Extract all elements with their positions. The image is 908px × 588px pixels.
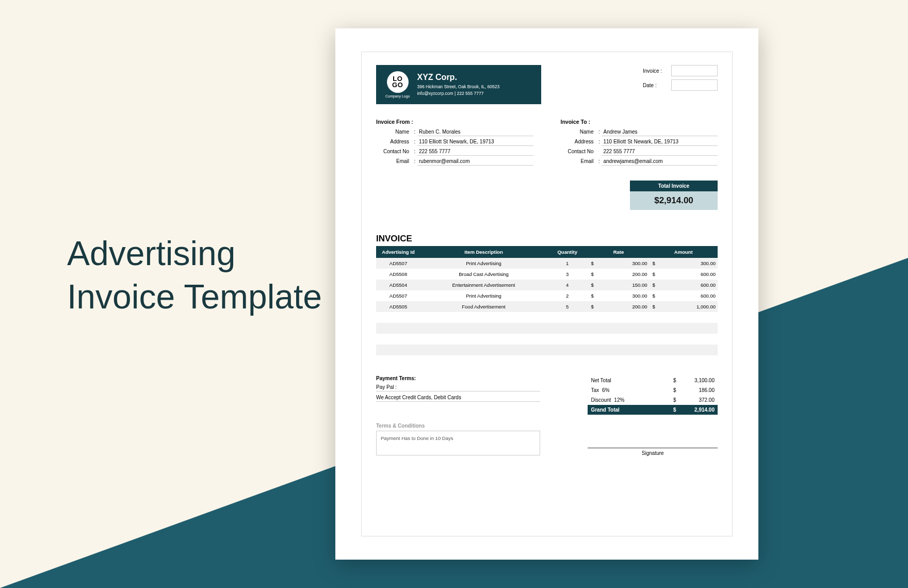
table-row: AD5504Entertainment Advertisement4$150.0… bbox=[376, 280, 718, 290]
company-address: 396 Hickman Street, Oak Brook, IL, 60523 bbox=[417, 84, 499, 90]
invoice-number-field[interactable] bbox=[671, 65, 718, 76]
to-address: 110 Elliott St Newark, DE, 19713 bbox=[602, 139, 718, 146]
discount-pct: 12% bbox=[614, 397, 624, 403]
cell-id: AD5508 bbox=[376, 269, 420, 280]
tax-value: 186.00 bbox=[699, 387, 715, 393]
cell-amount: $600.00 bbox=[650, 290, 718, 301]
payment-heading: Payment Terms: bbox=[376, 375, 540, 381]
total-invoice-label: Total Invoice bbox=[630, 181, 718, 191]
cell-id: AD5507 bbox=[376, 290, 420, 301]
cell-amount: $1,000.00 bbox=[650, 301, 718, 312]
invoice-document: LOGO Company Logo XYZ Corp. 396 Hickman … bbox=[335, 28, 758, 560]
date-label: Date : bbox=[643, 83, 671, 88]
col-rate: Rate bbox=[588, 246, 649, 258]
company-name: XYZ Corp. bbox=[417, 73, 499, 82]
to-contact-label: Contact No bbox=[560, 149, 596, 156]
col-amount: Amount bbox=[650, 246, 718, 258]
col-qty: Quantity bbox=[547, 246, 588, 258]
terms-body: Payment Has to Done in 10 Days bbox=[376, 431, 540, 455]
summary-block: Net Total$3,100.00 Tax6%$186.00 Discount… bbox=[588, 375, 718, 415]
table-row-empty bbox=[376, 355, 718, 366]
signature-label: Signature bbox=[588, 448, 718, 456]
company-info: XYZ Corp. 396 Hickman Street, Oak Brook,… bbox=[417, 73, 499, 97]
cell-rate: $200.00 bbox=[588, 301, 649, 312]
total-invoice-box: Total Invoice $2,914.00 bbox=[630, 181, 718, 210]
company-block: LOGO Company Logo XYZ Corp. 396 Hickman … bbox=[376, 65, 541, 104]
cell-amount: $300.00 bbox=[650, 258, 718, 269]
grand-label: Grand Total bbox=[591, 407, 619, 413]
discount-label: Discount bbox=[591, 397, 611, 403]
cell-id: AD5504 bbox=[376, 280, 420, 290]
cell-qty: 4 bbox=[547, 280, 588, 290]
accept-line: We Accept Credit Cards, Debit Cards bbox=[376, 395, 540, 402]
cell-amount: $600.00 bbox=[650, 280, 718, 290]
table-row-empty bbox=[376, 334, 718, 345]
table-row-empty bbox=[376, 345, 718, 355]
signature-block: Signature bbox=[588, 432, 718, 456]
line-items-table: Advertising Id Item Description Quantity… bbox=[376, 246, 718, 366]
net-value: 3,100.00 bbox=[694, 378, 715, 383]
cell-qty: 5 bbox=[547, 301, 588, 312]
logo-wrap: LOGO Company Logo bbox=[385, 71, 410, 98]
to-email-label: Email bbox=[560, 158, 596, 166]
cell-id: AD5505 bbox=[376, 301, 420, 312]
net-label: Net Total bbox=[591, 378, 611, 383]
table-row: AD5507Print Advertising2$300.00$600.00 bbox=[376, 290, 718, 301]
invoice-to: Invoice To : Name:Andrew James Address:1… bbox=[560, 119, 718, 168]
invoice-number-label: Invoice : bbox=[643, 68, 671, 74]
to-address-label: Address bbox=[560, 139, 596, 146]
cell-desc: Food Advertisement bbox=[420, 301, 547, 312]
discount-value: 372.00 bbox=[699, 397, 715, 403]
cell-rate: $200.00 bbox=[588, 269, 649, 280]
table-row-empty bbox=[376, 323, 718, 334]
cell-amount: $600.00 bbox=[650, 269, 718, 280]
meta-box: Invoice : Date : bbox=[643, 65, 718, 94]
invoice-from: Invoice From : Name:Ruben C. Morales Add… bbox=[376, 119, 533, 168]
from-contact: 222 555 7777 bbox=[417, 149, 533, 156]
col-desc: Item Description bbox=[420, 246, 547, 258]
invoice-to-heading: Invoice To : bbox=[560, 119, 718, 125]
cell-id: AD5507 bbox=[376, 258, 420, 269]
tax-label: Tax bbox=[591, 387, 599, 393]
invoice-heading: INVOICE bbox=[376, 214, 718, 244]
invoice-from-heading: Invoice From : bbox=[376, 119, 533, 125]
to-name: Andrew James bbox=[602, 129, 718, 136]
table-row-empty bbox=[376, 312, 718, 323]
from-name: Ruben C. Morales bbox=[417, 129, 533, 136]
from-contact-label: Contact No bbox=[376, 149, 412, 156]
cell-desc: Broad Cast Advertising bbox=[420, 269, 547, 280]
terms-heading: Terms & Conditions bbox=[376, 423, 540, 429]
from-name-label: Name bbox=[376, 129, 412, 136]
to-contact: 222 555 7777 bbox=[602, 149, 718, 156]
logo-icon: LOGO bbox=[387, 71, 409, 93]
terms-block: Terms & Conditions Payment Has to Done i… bbox=[376, 423, 540, 456]
payment-terms: Payment Terms: Pay Pal : We Accept Credi… bbox=[376, 375, 540, 415]
table-row: AD5507Print Advertising1$300.00$300.00 bbox=[376, 258, 718, 269]
grand-value: 2,914.00 bbox=[694, 407, 715, 413]
company-contact: info@xyzcorp.com | 222 555 7777 bbox=[417, 90, 499, 97]
hero-title-line2: Invoice Template bbox=[67, 277, 322, 316]
cell-desc: Print Advertising bbox=[420, 290, 547, 301]
from-address: 110 Elliott St Newark, DE, 19713 bbox=[417, 139, 533, 146]
cell-rate: $150.00 bbox=[588, 280, 649, 290]
from-email-label: Email bbox=[376, 158, 412, 166]
hero-title-line1: Advertising bbox=[67, 234, 236, 272]
cell-qty: 2 bbox=[547, 290, 588, 301]
total-invoice-value: $2,914.00 bbox=[630, 191, 718, 210]
cell-desc: Entertainment Advertisement bbox=[420, 280, 547, 290]
tax-pct: 6% bbox=[602, 387, 609, 393]
cell-rate: $300.00 bbox=[588, 290, 649, 301]
paypal-line: Pay Pal : bbox=[376, 384, 540, 391]
cell-rate: $300.00 bbox=[588, 258, 649, 269]
table-row: AD5505Food Advertisement5$200.00$1,000.0… bbox=[376, 301, 718, 312]
hero-title: Advertising Invoice Template bbox=[67, 232, 322, 318]
date-field[interactable] bbox=[671, 79, 718, 91]
cell-qty: 1 bbox=[547, 258, 588, 269]
from-address-label: Address bbox=[376, 139, 412, 146]
to-email: andrewjames@email.com bbox=[602, 158, 718, 166]
invoice-inner: LOGO Company Logo XYZ Corp. 396 Hickman … bbox=[361, 52, 733, 536]
cell-qty: 3 bbox=[547, 269, 588, 280]
col-ad-id: Advertising Id bbox=[376, 246, 420, 258]
logo-caption: Company Logo bbox=[385, 94, 410, 98]
to-name-label: Name bbox=[560, 129, 596, 136]
